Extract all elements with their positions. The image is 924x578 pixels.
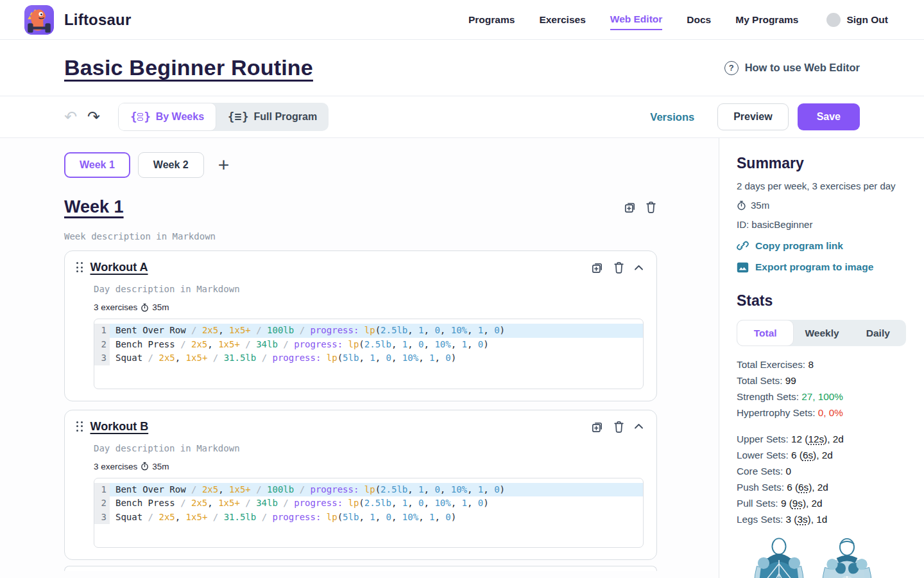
nav-item-exercises[interactable]: Exercises [539,10,585,30]
delete-week-icon[interactable] [645,200,657,214]
preview-button[interactable]: Preview [717,103,788,130]
code-line[interactable]: 2Bench Press / 2x5, 1x5+ / 34lb / progre… [94,338,643,352]
stat-row-strength-sets-: Strength Sets: 27, 100% [737,389,906,405]
nav-item-web-editor[interactable]: Web Editor [610,10,663,30]
user-avatar[interactable] [826,13,841,27]
program-title-row: Basic Beginner Routine ? How to use Web … [0,40,924,96]
help-link[interactable]: ? How to use Web Editor [724,61,860,75]
stats-title: Stats [737,292,906,310]
line-number: 3 [94,511,110,525]
liftosaur-app: Liftosaur ProgramsExercisesWeb EditorDoc… [0,0,924,578]
by-weeks-tab[interactable]: {} By Weeks [118,103,216,131]
stat-row-lower-sets-: Lower Sets: 6 (6s), 2d [737,447,906,463]
workout-title[interactable]: Workout A [90,261,148,274]
link-icon [737,240,749,252]
program-title[interactable]: Basic Beginner Routine [64,55,313,80]
redo-icon[interactable]: ↷ [87,109,100,125]
stat-row-hypertrophy-sets-: Hypertrophy Sets: 0, 0% [737,405,906,421]
copy-program-link[interactable]: Copy program link [737,240,906,252]
export-program-image-link[interactable]: Export program to image [737,261,906,273]
nav-item-docs[interactable]: Docs [687,10,711,30]
next-workout-card-edge [64,566,657,571]
delete-workout-icon[interactable] [613,261,625,274]
summary-duration: 35m [737,200,906,211]
nav-item-programs[interactable]: Programs [468,10,515,30]
code-line[interactable]: 1Bent Over Row / 2x5, 1x5+ / 100lb / pro… [94,483,643,497]
stats-groups: Upper Sets: 12 (12s), 2dLower Sets: 6 (6… [737,431,906,527]
drag-handle-icon[interactable] [76,262,83,273]
week-description[interactable]: Week description in Markdown [64,231,657,241]
workout-list: Workout A Day description in Markdown 3 … [64,250,657,560]
week-title[interactable]: Week 1 [64,197,124,217]
week-tabs: Week 1Week 2 + [64,152,657,178]
exercise-code-editor[interactable]: 1Bent Over Row / 2x5, 1x5+ / 100lb / pro… [94,319,644,389]
help-label: How to use Web Editor [745,62,860,74]
duplicate-workout-icon[interactable] [590,420,604,434]
workout-title[interactable]: Workout B [90,420,149,434]
full-program-icon: {} [228,110,249,123]
code-line[interactable]: 3Squat / 2x5, 1x5+ / 31.5lb / progress: … [94,351,643,365]
sign-out-link[interactable]: Sign Out [846,14,888,26]
program-id: ID: basicBeginner [737,219,906,230]
add-week-button[interactable]: + [218,155,230,175]
by-weeks-icon: {} [130,110,151,123]
collapse-workout-icon[interactable] [634,423,644,430]
workout-card: Workout A Day description in Markdown 3 … [64,250,657,401]
image-icon [737,262,749,273]
line-number: 2 [94,496,110,511]
stopwatch-icon [141,303,149,312]
question-circle-icon: ? [724,61,739,75]
save-button[interactable]: Save [798,103,860,130]
stat-row-upper-sets-: Upper Sets: 12 (12s), 2d [737,431,906,447]
liftosaur-logo-icon[interactable] [24,5,54,35]
duplicate-workout-icon[interactable] [590,261,604,274]
week-tab-week-1[interactable]: Week 1 [64,152,130,178]
muscle-front-figure [816,536,878,578]
stat-row-legs-sets-: Legs Sets: 3 (3s), 1d [737,511,906,527]
summary-frequency: 2 days per week, 3 exercises per day [737,180,906,191]
workout-duration: 35m [152,462,169,471]
workout-exercise-count: 3 exercises [94,462,137,471]
view-mode-switcher: {} By Weeks {} Full Program [118,103,329,131]
stats-totals: Total Exercises: 8Total Sets: 99Strength… [737,356,906,421]
undo-icon[interactable]: ↶ [64,109,77,125]
stat-row-total-exercises-: Total Exercises: 8 [737,356,906,372]
stat-row-total-sets-: Total Sets: 99 [737,372,906,389]
stopwatch-icon [141,462,149,471]
program-sidebar: Summary 2 days per week, 3 exercises per… [719,138,924,578]
workout-exercise-count: 3 exercises [94,302,137,312]
line-number: 1 [94,483,110,497]
drag-handle-icon[interactable] [76,421,83,432]
summary-title: Summary [737,155,906,172]
line-number: 1 [94,324,110,338]
code-line[interactable]: 1Bent Over Row / 2x5, 1x5+ / 100lb / pro… [94,324,643,338]
week-tab-week-2[interactable]: Week 2 [138,152,204,178]
workout-description[interactable]: Day description in Markdown [94,443,644,453]
nav-item-my-programs[interactable]: My Programs [735,10,798,30]
duplicate-week-icon[interactable] [623,200,637,214]
stats-tab-daily[interactable]: Daily [850,320,906,346]
stats-tab-weekly[interactable]: Weekly [794,320,850,346]
muscle-map [737,536,906,578]
workout-card: Workout B Day description in Markdown 3 … [64,410,657,561]
code-line[interactable]: 3Squat / 2x5, 1x5+ / 31.5lb / progress: … [94,511,643,525]
workout-meta: 3 exercises 35m [94,302,644,312]
code-line[interactable]: 2Bench Press / 2x5, 1x5+ / 34lb / progre… [94,496,643,511]
muscle-back-figure [748,536,810,578]
stats-tab-total[interactable]: Total [737,320,794,346]
stats-tabs: TotalWeeklyDaily [737,320,906,346]
editor-toolbar: ↶ ↷ {} By Weeks {} Full Program Versions… [0,96,924,138]
delete-workout-icon[interactable] [613,420,625,434]
stat-row-core-sets-: Core Sets: 0 [737,463,906,479]
full-program-tab[interactable]: {} Full Program [216,103,329,131]
exercise-code-editor[interactable]: 1Bent Over Row / 2x5, 1x5+ / 100lb / pro… [94,478,644,548]
versions-link[interactable]: Versions [650,111,694,123]
workout-description[interactable]: Day description in Markdown [94,284,644,294]
workout-meta: 3 exercises 35m [94,462,644,471]
brand-name: Liftosaur [64,11,131,29]
program-editor-main: Week 1Week 2 + Week 1 Week description i… [0,138,719,578]
collapse-workout-icon[interactable] [634,265,644,271]
nav-items: ProgramsExercisesWeb EditorDocsMy Progra… [468,10,798,30]
stat-row-pull-sets-: Pull Sets: 9 (9s), 2d [737,495,906,511]
line-number: 3 [94,351,110,365]
